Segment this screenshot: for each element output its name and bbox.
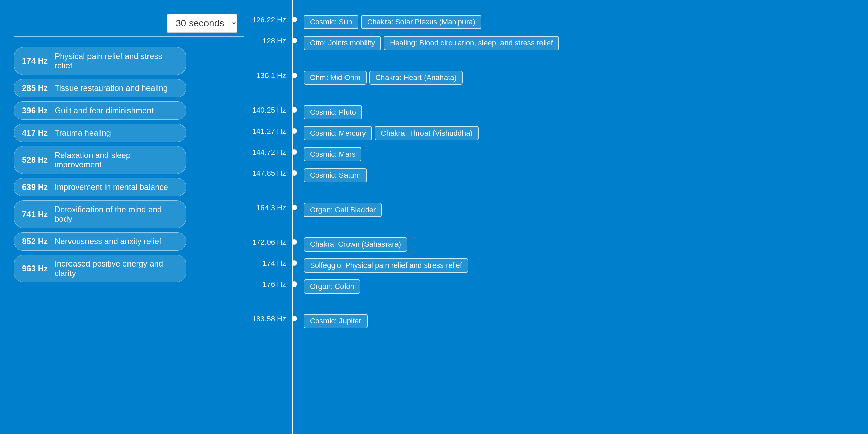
timeline-entry: 176 HzOrgan: Colon bbox=[251, 278, 868, 299]
freq-item[interactable]: 639 HzImprovement in mental balance bbox=[14, 178, 186, 196]
timeline-entry: 144.72 HzCosmic: Mars bbox=[251, 146, 868, 167]
timeline-tags: Solfeggio: Physical pain relief and stre… bbox=[297, 257, 468, 278]
freq-description: Tissue restauration and healing bbox=[55, 83, 168, 93]
timeline-tag[interactable]: Organ: Colon bbox=[304, 279, 360, 294]
timeline-freq-label: 176 Hz bbox=[251, 278, 292, 289]
freq-item[interactable]: 963 HzIncreased positive energy and clar… bbox=[14, 255, 186, 282]
timeline-dot bbox=[292, 260, 297, 266]
timeline-freq-label: 144.72 Hz bbox=[251, 146, 292, 157]
timeline-tags: Cosmic: Mars bbox=[297, 146, 361, 167]
timeline-dot bbox=[292, 149, 297, 155]
timeline-freq-label: 128 Hz bbox=[251, 35, 292, 45]
timeline-freq-label: 172.06 Hz bbox=[251, 236, 292, 247]
timeline-tag[interactable]: Cosmic: Sun bbox=[304, 15, 358, 29]
timeline-tags: Chakra: Crown (Sahasrara) bbox=[297, 236, 407, 257]
freq-item[interactable]: 285 HzTissue restauration and healing bbox=[14, 79, 186, 97]
duration-select[interactable]: 10 seconds 20 seconds 30 seconds 60 seco… bbox=[167, 14, 237, 33]
timeline-tag[interactable]: Ohm: Mid Ohm bbox=[304, 71, 367, 85]
timeline-dot bbox=[292, 73, 297, 78]
freq-description: Guilt and fear diminishment bbox=[55, 106, 154, 115]
timeline-dot bbox=[292, 17, 297, 22]
freq-description: Improvement in mental balance bbox=[55, 182, 168, 192]
freq-description: Increased positive energy and clarity bbox=[55, 259, 178, 278]
timeline-tags: Ohm: Mid OhmChakra: Heart (Anahata) bbox=[297, 69, 463, 90]
timeline-dot bbox=[292, 170, 297, 176]
timeline-tag[interactable]: Chakra: Solar Plexus (Manipura) bbox=[361, 15, 481, 29]
freq-description: Trauma healing bbox=[55, 128, 111, 138]
timeline-tag[interactable]: Cosmic: Mars bbox=[304, 147, 361, 161]
freq-hz: 417 Hz bbox=[22, 128, 49, 138]
timeline-entry: 174 HzSolfeggio: Physical pain relief an… bbox=[251, 257, 868, 278]
freq-hz: 528 Hz bbox=[22, 155, 49, 165]
timeline-tags: Otto: Joints mobilityHealing: Blood circ… bbox=[297, 35, 559, 56]
freq-description: Physical pain relief and stress relief bbox=[55, 52, 178, 71]
timeline-entry: 136.1 HzOhm: Mid OhmChakra: Heart (Anaha… bbox=[251, 69, 868, 90]
freq-hz: 741 Hz bbox=[22, 210, 49, 219]
freq-description: Relaxation and sleep improvement bbox=[55, 151, 178, 170]
freq-description: Nervousness and anxity relief bbox=[55, 237, 161, 246]
timeline-tag[interactable]: Solfeggio: Physical pain relief and stre… bbox=[304, 258, 468, 273]
freq-item[interactable]: 852 HzNervousness and anxity relief bbox=[14, 232, 186, 251]
timeline-freq-label: 141.27 Hz bbox=[251, 125, 292, 136]
timeline-tag[interactable]: Cosmic: Mercury bbox=[304, 126, 372, 140]
timeline-entry: 183.58 HzCosmic: Jupiter bbox=[251, 313, 868, 334]
timeline-tag[interactable]: Otto: Joints mobility bbox=[304, 36, 381, 50]
timeline-entry: 126.22 HzCosmic: SunChakra: Solar Plexus… bbox=[251, 14, 868, 35]
timeline-tags: Cosmic: Jupiter bbox=[297, 313, 368, 334]
timeline-entry: 140.25 HzCosmic: Pluto bbox=[251, 104, 868, 125]
freq-hz: 639 Hz bbox=[22, 182, 49, 192]
right-panel: 126.22 HzCosmic: SunChakra: Solar Plexus… bbox=[251, 0, 868, 434]
timeline-entry: 164.3 HzOrgan: Gall Bladder bbox=[251, 201, 868, 222]
left-panel: 10 seconds 20 seconds 30 seconds 60 seco… bbox=[0, 0, 251, 434]
timeline-dot bbox=[292, 239, 297, 245]
timeline-entry: 147.85 HzCosmic: Saturn bbox=[251, 167, 868, 188]
timeline-entries: 126.22 HzCosmic: SunChakra: Solar Plexus… bbox=[251, 7, 868, 340]
freq-hz: 174 Hz bbox=[22, 56, 49, 66]
timeline-tag[interactable]: Cosmic: Jupiter bbox=[304, 314, 368, 328]
freq-item[interactable]: 417 HzTrauma healing bbox=[14, 124, 186, 142]
page-container: 10 seconds 20 seconds 30 seconds 60 seco… bbox=[0, 0, 868, 434]
timeline-tags: Cosmic: SunChakra: Solar Plexus (Manipur… bbox=[297, 14, 481, 35]
timeline-tag[interactable]: Cosmic: Saturn bbox=[304, 168, 367, 182]
timeline-freq-label: 164.3 Hz bbox=[251, 201, 292, 212]
timeline-freq-label: 183.58 Hz bbox=[251, 313, 292, 323]
timeline-freq-label: 147.85 Hz bbox=[251, 167, 292, 178]
timeline-entry: 172.06 HzChakra: Crown (Sahasrara) bbox=[251, 236, 868, 257]
timeline-tags: Cosmic: MercuryChakra: Throat (Vishuddha… bbox=[297, 125, 479, 146]
timeline-dot bbox=[292, 205, 297, 210]
timeline-entry: 141.27 HzCosmic: MercuryChakra: Throat (… bbox=[251, 125, 868, 146]
timeline-freq-label: 126.22 Hz bbox=[251, 14, 292, 24]
freq-hz: 963 Hz bbox=[22, 264, 49, 273]
timeline-dot bbox=[292, 316, 297, 321]
freq-hz: 285 Hz bbox=[22, 83, 49, 93]
solfeggio-list: 174 HzPhysical pain relief and stress re… bbox=[14, 47, 237, 282]
timeline-tag[interactable]: Cosmic: Pluto bbox=[304, 105, 362, 119]
timeline-tag[interactable]: Chakra: Throat (Vishuddha) bbox=[375, 126, 479, 140]
freq-description: Detoxification of the mind and body bbox=[55, 205, 178, 224]
header-divider bbox=[14, 36, 244, 37]
timeline-tag[interactable]: Organ: Gall Bladder bbox=[304, 203, 382, 217]
timeline-tags: Organ: Colon bbox=[297, 278, 360, 299]
timeline-dot bbox=[292, 128, 297, 134]
timeline-entry: 128 HzOtto: Joints mobilityHealing: Bloo… bbox=[251, 35, 868, 56]
freq-item[interactable]: 528 HzRelaxation and sleep improvement bbox=[14, 146, 186, 174]
timeline-dot bbox=[292, 107, 297, 113]
timeline-tag[interactable]: Healing: Blood circulation, sleep, and s… bbox=[384, 36, 559, 50]
freq-item[interactable]: 174 HzPhysical pain relief and stress re… bbox=[14, 47, 186, 75]
freq-hz: 852 Hz bbox=[22, 237, 49, 246]
timeline-dot bbox=[292, 38, 297, 43]
header-row: 10 seconds 20 seconds 30 seconds 60 seco… bbox=[14, 14, 237, 33]
freq-item[interactable]: 741 HzDetoxification of the mind and bod… bbox=[14, 200, 186, 228]
timeline-dot bbox=[292, 281, 297, 287]
timeline-tag[interactable]: Chakra: Crown (Sahasrara) bbox=[304, 237, 407, 252]
timeline-freq-label: 174 Hz bbox=[251, 257, 292, 268]
timeline-freq-label: 140.25 Hz bbox=[251, 104, 292, 115]
timeline-tags: Cosmic: Pluto bbox=[297, 104, 362, 125]
freq-hz: 396 Hz bbox=[22, 106, 49, 115]
timeline-tags: Cosmic: Saturn bbox=[297, 167, 367, 188]
freq-item[interactable]: 396 HzGuilt and fear diminishment bbox=[14, 101, 186, 120]
timeline-tags: Organ: Gall Bladder bbox=[297, 201, 382, 222]
timeline-freq-label: 136.1 Hz bbox=[251, 69, 292, 80]
timeline-tag[interactable]: Chakra: Heart (Anahata) bbox=[369, 71, 463, 85]
